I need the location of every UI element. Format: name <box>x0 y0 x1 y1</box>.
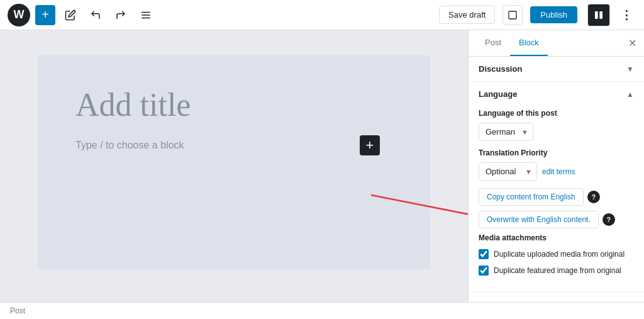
save-draft-button[interactable]: Save draft <box>439 6 495 24</box>
wp-logo[interactable]: W <box>8 4 30 26</box>
svg-rect-3 <box>509 11 516 19</box>
publish-button[interactable]: Publish <box>530 6 577 23</box>
preview-icon-button[interactable] <box>502 5 523 25</box>
edit-pencil-button[interactable] <box>60 5 80 25</box>
duplicate-featured-row: Duplicate featured image from original <box>479 265 634 276</box>
duplicate-media-row: Duplicate uploaded media from original <box>479 249 634 260</box>
overwrite-content-help-icon[interactable]: ? <box>602 213 615 226</box>
sidebar-tabs: Post Block ✕ <box>469 30 644 57</box>
tab-block[interactable]: Block <box>510 30 548 56</box>
overwrite-content-row: Overwrite with English content. ? <box>479 211 634 228</box>
add-block-button[interactable]: + <box>35 5 55 25</box>
discussion-section: Discussion ▼ <box>469 57 644 82</box>
statusbar: Post <box>0 302 644 319</box>
post-title-placeholder[interactable]: Add title <box>75 86 392 125</box>
block-placeholder[interactable]: Type / to choose a block <box>75 140 392 151</box>
language-dropdown-row: German English French Spanish ▼ <box>479 123 634 141</box>
copy-content-row: Copy content from English ? <box>479 188 634 206</box>
duplicate-media-label: Duplicate uploaded media from original <box>494 249 625 260</box>
lang-of-post-label: Language of this post <box>479 109 634 118</box>
language-select[interactable]: German English French Spanish <box>479 123 533 141</box>
copy-content-button[interactable]: Copy content from English <box>479 188 584 206</box>
svg-rect-5 <box>599 11 602 19</box>
language-chevron: ▲ <box>626 90 634 99</box>
topbar: W + Save draft Publish ⋮ <box>0 0 644 30</box>
language-label: Language <box>479 89 517 99</box>
redo-button[interactable] <box>111 5 131 25</box>
list-view-button[interactable] <box>136 5 156 25</box>
sidebar-content: Discussion ▼ Language ▲ Language of this… <box>469 57 644 292</box>
duplicate-featured-label: Duplicate featured image from original <box>494 265 621 276</box>
sidebar-close-button[interactable]: ✕ <box>628 30 636 56</box>
discussion-chevron: ▼ <box>626 65 634 74</box>
language-header[interactable]: Language ▲ <box>469 82 644 106</box>
language-dropdown-wrapper: German English French Spanish ▼ <box>479 123 533 141</box>
media-attachments-label: Media attachments <box>479 233 634 242</box>
more-options-button[interactable]: ⋮ <box>616 5 636 25</box>
translation-priority-label: Translation Priority <box>479 148 634 157</box>
editor-canvas: Add title Type / to choose a block + <box>38 55 430 269</box>
sidebar: Post Block ✕ Discussion ▼ Language ▲ Lan… <box>468 30 644 302</box>
svg-rect-4 <box>595 11 598 19</box>
priority-select[interactable]: Optional Required High Low <box>479 162 537 181</box>
priority-dropdown-row: Optional Required High Low ▼ edit terms <box>479 162 634 181</box>
duplicate-featured-checkbox[interactable] <box>479 266 489 276</box>
tab-post[interactable]: Post <box>476 30 510 56</box>
edit-terms-link[interactable]: edit terms <box>542 167 575 176</box>
discussion-label: Discussion <box>479 64 522 74</box>
language-body: Language of this post German English Fre… <box>469 106 644 291</box>
duplicate-media-checkbox[interactable] <box>479 249 489 259</box>
status-text: Post <box>10 306 25 315</box>
inline-add-block-button[interactable]: + <box>360 135 380 155</box>
undo-button[interactable] <box>86 5 106 25</box>
settings-panel-button[interactable] <box>587 4 610 26</box>
discussion-header[interactable]: Discussion ▼ <box>469 57 644 81</box>
overwrite-content-button[interactable]: Overwrite with English content. <box>479 211 599 228</box>
editor-area: Add title Type / to choose a block + <box>0 30 468 302</box>
priority-dropdown-wrapper: Optional Required High Low ▼ <box>479 162 537 181</box>
copy-content-help-icon[interactable]: ? <box>587 191 600 203</box>
language-section: Language ▲ Language of this post German … <box>469 82 644 292</box>
main-area: Add title Type / to choose a block + Pos… <box>0 30 644 302</box>
